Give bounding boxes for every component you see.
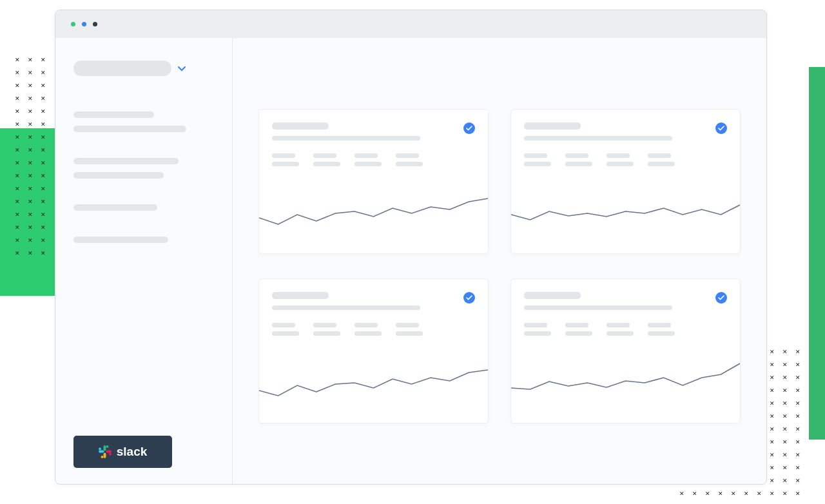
sidebar-group-1: [73, 111, 214, 132]
sparkline-chart: [511, 176, 740, 253]
dashboard-card[interactable]: [510, 278, 741, 423]
card-subtitle-placeholder: [524, 305, 672, 310]
card-stats: [272, 153, 475, 166]
sidebar-item[interactable]: [73, 126, 186, 132]
dashboard-card[interactable]: [258, 109, 489, 254]
svg-rect-3: [106, 451, 112, 453]
svg-point-5: [99, 448, 101, 451]
card-stats: [524, 323, 727, 336]
check-icon: [715, 292, 727, 304]
workspace-selector[interactable]: [73, 61, 214, 76]
window-dot-blue: [82, 22, 86, 26]
window-dot-dark: [93, 22, 97, 26]
titlebar: [55, 10, 766, 38]
svg-rect-0: [103, 445, 106, 451]
card-stats: [524, 153, 727, 166]
card-header: [511, 279, 740, 336]
sidebar-item[interactable]: [73, 204, 157, 211]
svg-point-7: [109, 453, 112, 456]
workspace-name-placeholder: [73, 61, 171, 76]
sidebar-group-3: [73, 204, 214, 211]
svg-point-6: [101, 456, 103, 458]
card-subtitle-placeholder: [272, 305, 420, 310]
card-header: [511, 110, 740, 166]
svg-point-4: [106, 445, 108, 448]
card-header: [259, 279, 488, 336]
svg-rect-1: [99, 451, 104, 453]
check-icon: [463, 122, 475, 134]
slack-integration-button[interactable]: slack: [73, 436, 172, 468]
dashboard-card[interactable]: [258, 278, 489, 423]
check-icon: [463, 292, 475, 304]
sparkline-chart: [259, 176, 488, 253]
slack-icon: [99, 445, 112, 458]
card-subtitle-placeholder: [272, 136, 420, 141]
card-subtitle-placeholder: [524, 136, 672, 141]
card-title-placeholder: [272, 292, 329, 299]
decorative-cross-pattern-left: ✕✕✕✕✕✕✕✕✕✕✕✕✕✕✕✕✕✕✕✕✕✕✕✕✕✕✕✕✕✕✕✕✕✕✕✕✕✕✕✕…: [11, 53, 58, 258]
slack-label: slack: [117, 445, 148, 459]
sparkline-chart: [259, 345, 488, 423]
card-title-placeholder: [524, 122, 581, 130]
chevron-down-icon: [178, 64, 186, 73]
sidebar-group-2: [73, 158, 214, 179]
sidebar-group-4: [73, 237, 214, 243]
card-title-placeholder: [524, 292, 581, 299]
main-content: [233, 38, 766, 484]
sidebar-item[interactable]: [73, 237, 168, 243]
card-title-placeholder: [272, 122, 329, 130]
window-dot-green: [71, 22, 75, 26]
sidebar: slack: [55, 38, 233, 484]
card-header: [259, 110, 488, 166]
sidebar-item[interactable]: [73, 111, 154, 118]
sidebar-item[interactable]: [73, 172, 164, 179]
dashboard-card[interactable]: [510, 109, 741, 254]
check-icon: [715, 122, 727, 134]
sparkline-chart: [511, 345, 740, 423]
decorative-green-stripe-right: [809, 67, 825, 440]
sidebar-item[interactable]: [73, 158, 179, 164]
app-window: slack: [55, 10, 767, 485]
svg-rect-2: [103, 453, 106, 459]
card-stats: [272, 323, 475, 336]
